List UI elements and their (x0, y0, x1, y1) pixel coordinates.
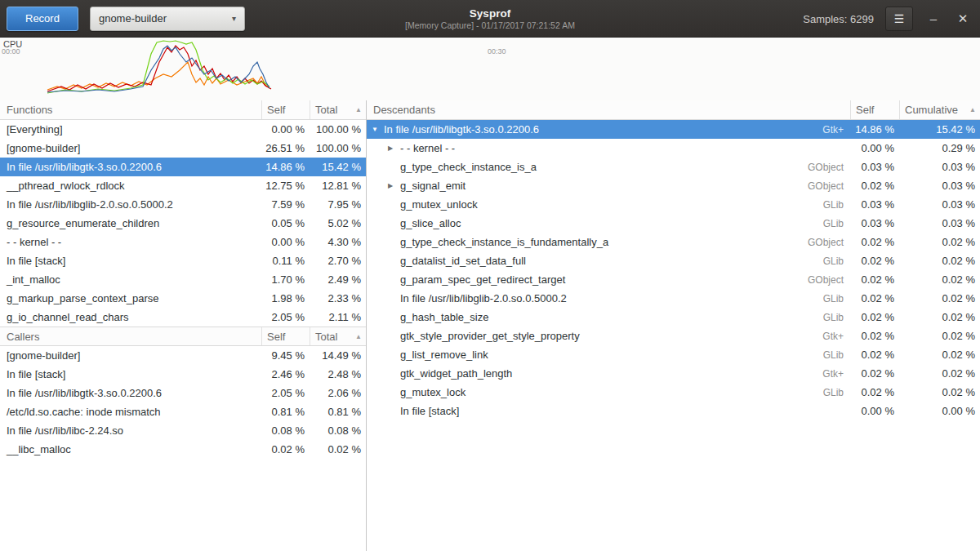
row-category-badge: GObject (808, 274, 850, 286)
hamburger-menu-button[interactable]: ☰ (885, 7, 913, 31)
functions-table: [Everything]0.00 %100.00 %[gnome-builder… (0, 120, 366, 327)
row-total-value: 2.33 % (310, 292, 366, 304)
row-self-value: 0.02 % (850, 236, 899, 248)
row-total-value: 7.95 % (310, 198, 366, 211)
row-cumulative-value: 0.29 % (899, 142, 980, 154)
row-self-value: 0.03 % (850, 217, 899, 229)
main-content: Functions Self Total ▲ [Everything]0.00 … (0, 100, 980, 551)
tree-row[interactable]: g_hash_table_sizeGLib0.02 %0.02 % (367, 308, 980, 327)
row-self-value: 0.11 % (261, 255, 310, 267)
callers-column-header[interactable]: Callers (0, 327, 261, 345)
expander-closed-icon[interactable]: ▶ (388, 182, 400, 189)
row-self-value: 2.05 % (261, 311, 310, 323)
row-self-value: 0.02 % (850, 255, 899, 267)
row-label-cell: In file [stack] (367, 405, 850, 417)
row-self-value: 12.75 % (261, 180, 310, 192)
descendants-self-column-header[interactable]: Self (850, 100, 899, 119)
row-category-badge: GObject (808, 162, 850, 173)
row-self-value: 0.02 % (850, 349, 899, 361)
row-label: g_hash_table_size (400, 311, 823, 323)
table-row[interactable]: In file /usr/lib/libgtk-3.so.0.2200.614.… (0, 158, 366, 176)
row-self-value: 0.00 % (850, 142, 899, 154)
row-label: [Everything] (0, 123, 261, 136)
descendants-cumulative-column-header[interactable]: Cumulative ▲ (899, 100, 980, 119)
callers-total-column-header[interactable]: Total ▲ (310, 327, 366, 345)
process-selector-dropdown[interactable]: gnome-builder ▾ (90, 7, 245, 31)
row-self-value: 0.05 % (261, 217, 310, 229)
tree-row[interactable]: ▶g_signal_emitGObject0.02 %0.03 % (367, 176, 980, 195)
table-row[interactable]: _int_malloc1.70 %2.49 % (0, 270, 366, 289)
row-cumulative-value: 0.02 % (899, 273, 980, 286)
table-row[interactable]: g_markup_parse_context_parse1.98 %2.33 % (0, 289, 366, 308)
functions-column-header[interactable]: Functions (0, 100, 261, 119)
table-row[interactable]: g_io_channel_read_chars2.05 %2.11 % (0, 308, 366, 327)
tree-row[interactable]: In file /usr/lib/libglib-2.0.so.0.5000.2… (367, 289, 980, 308)
row-label-cell: In file /usr/lib/libglib-2.0.so.0.5000.2… (367, 292, 850, 304)
functions-self-column-header[interactable]: Self (261, 100, 310, 119)
tree-row[interactable]: gtk_style_provider_get_style_propertyGtk… (367, 327, 980, 345)
row-cumulative-value: 0.02 % (899, 255, 980, 267)
row-label: /etc/ld.so.cache: inode mismatch (0, 406, 261, 418)
table-row[interactable]: [gnome-builder]26.51 %100.00 % (0, 139, 366, 158)
table-row[interactable]: In file /usr/lib/libgtk-3.so.0.2200.62.0… (0, 384, 366, 402)
tree-row[interactable]: gtk_widget_path_lengthGtk+0.02 %0.02 % (367, 364, 980, 383)
cpu-timeline-graph[interactable]: CPU 00:00 00:30 (0, 38, 980, 100)
process-selector-label: gnome-builder (99, 12, 167, 24)
table-row[interactable]: [Everything]0.00 %100.00 % (0, 120, 366, 139)
row-cumulative-value: 0.03 % (899, 217, 980, 229)
row-category-badge: Gtk+ (822, 368, 850, 380)
table-row[interactable]: - - kernel - -0.00 %4.30 % (0, 233, 366, 251)
functions-total-column-header[interactable]: Total ▲ (310, 100, 366, 119)
table-row[interactable]: /etc/ld.so.cache: inode mismatch0.81 %0.… (0, 402, 366, 421)
cpu-blue-line (47, 46, 270, 92)
row-category-badge: GLib (823, 199, 850, 211)
row-label: g_mutex_unlock (400, 198, 823, 211)
row-self-value: 1.70 % (261, 273, 310, 286)
callers-table: [gnome-builder]9.45 %14.49 %In file [sta… (0, 346, 366, 459)
table-row[interactable]: __libc_malloc0.02 %0.02 % (0, 440, 366, 459)
descendants-column-header[interactable]: Descendants (367, 100, 850, 119)
record-button[interactable]: Record (7, 7, 78, 31)
row-cumulative-value: 0.03 % (899, 180, 980, 192)
row-cumulative-value: 0.02 % (899, 236, 980, 248)
tree-row[interactable]: g_datalist_id_set_data_fullGLib0.02 %0.0… (367, 251, 980, 270)
expander-open-icon[interactable]: ▼ (372, 126, 384, 133)
row-label: _int_malloc (0, 273, 261, 286)
tree-row[interactable]: g_list_remove_linkGLib0.02 %0.02 % (367, 345, 980, 364)
row-label: g_list_remove_link (400, 349, 823, 361)
tree-row[interactable]: g_slice_allocGLib0.03 %0.03 % (367, 214, 980, 233)
row-category-badge: GLib (823, 256, 850, 267)
close-button[interactable]: ✕ (954, 0, 972, 38)
table-row[interactable]: In file [stack]2.46 %2.48 % (0, 365, 366, 384)
row-category-badge: GLib (823, 349, 850, 361)
table-row[interactable]: __pthread_rwlock_rdlock12.75 %12.81 % (0, 176, 366, 195)
minimize-button[interactable]: – (924, 0, 942, 38)
row-category-badge: Gtk+ (822, 124, 850, 136)
row-cumulative-value: 0.02 % (899, 367, 980, 380)
left-panel: Functions Self Total ▲ [Everything]0.00 … (0, 100, 367, 551)
tree-row[interactable]: In file [stack]0.00 %0.00 % (367, 402, 980, 420)
window-title: Sysprof (470, 7, 510, 20)
table-row[interactable]: g_resource_enumerate_children0.05 %5.02 … (0, 214, 366, 233)
expander-closed-icon[interactable]: ▶ (388, 144, 400, 152)
row-label-cell: g_datalist_id_set_data_fullGLib (367, 255, 850, 267)
row-total-value: 2.70 % (310, 255, 366, 267)
callers-self-column-header[interactable]: Self (261, 327, 310, 345)
table-row[interactable]: [gnome-builder]9.45 %14.49 % (0, 346, 366, 365)
tree-row[interactable]: ▶- - kernel - -0.00 %0.29 % (367, 139, 980, 158)
row-cumulative-value: 0.02 % (899, 386, 980, 398)
tree-row[interactable]: g_type_check_instance_is_fundamentally_a… (367, 233, 980, 251)
table-row[interactable]: In file [stack]0.11 %2.70 % (0, 251, 366, 270)
row-category-badge: Gtk+ (822, 331, 850, 342)
tree-row[interactable]: ▼In file /usr/lib/libgtk-3.so.0.2200.6Gt… (367, 120, 980, 139)
row-total-value: 0.81 % (310, 406, 366, 418)
tree-row[interactable]: g_param_spec_get_redirect_targetGObject0… (367, 270, 980, 289)
tree-row[interactable]: g_mutex_unlockGLib0.03 %0.03 % (367, 195, 980, 214)
tree-row[interactable]: g_mutex_lockGLib0.02 %0.02 % (367, 383, 980, 402)
row-self-value: 0.02 % (850, 330, 899, 342)
row-self-value: 0.81 % (261, 406, 310, 418)
table-row[interactable]: In file /usr/lib/libglib-2.0.so.0.5000.2… (0, 195, 366, 214)
row-self-value: 14.86 % (261, 161, 310, 173)
tree-row[interactable]: g_type_check_instance_is_aGObject0.03 %0… (367, 158, 980, 176)
table-row[interactable]: In file /usr/lib/libc-2.24.so0.08 %0.08 … (0, 421, 366, 440)
